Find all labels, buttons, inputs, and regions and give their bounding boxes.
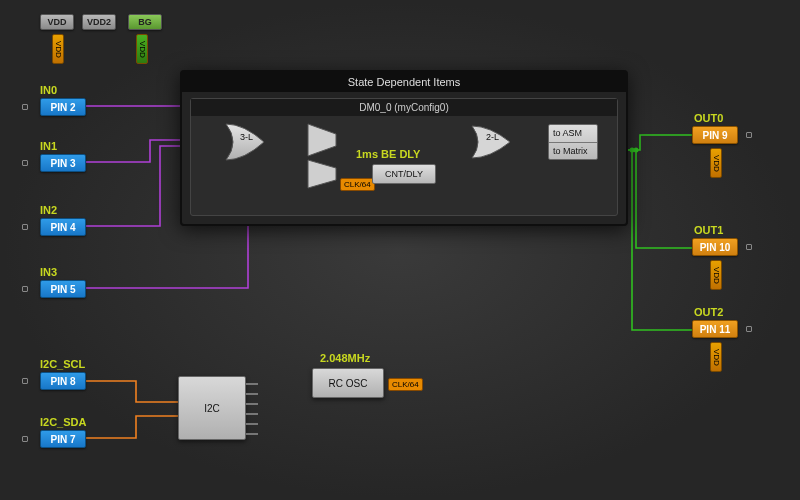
bg-pin[interactable]: BG [128, 14, 162, 30]
svg-point-3 [634, 148, 639, 153]
rc-osc-block[interactable]: RC OSC [312, 368, 384, 398]
cnt-dly-block[interactable]: CNT/DLY [372, 164, 436, 184]
out2-vdd-tag: VDD [710, 342, 722, 372]
to-asm-option[interactable]: to ASM [549, 125, 597, 143]
port-out2 [746, 326, 752, 332]
net-in3: IN3 [40, 266, 57, 278]
lut3-label: 3-L [240, 132, 253, 142]
port-in2 [22, 224, 28, 230]
net-in2: IN2 [40, 204, 57, 216]
state-frame-title: State Dependent Items [182, 72, 626, 92]
pin10[interactable]: PIN 10 [692, 238, 738, 256]
i2c-pins-icon [246, 378, 266, 438]
lut3-gate[interactable] [222, 122, 278, 162]
pin8[interactable]: PIN 8 [40, 372, 86, 390]
port-scl [22, 378, 28, 384]
pin11[interactable]: PIN 11 [692, 320, 738, 338]
to-matrix-option[interactable]: to Matrix [549, 143, 597, 160]
pin5[interactable]: PIN 5 [40, 280, 86, 298]
net-in0: IN0 [40, 84, 57, 96]
lut2-gate[interactable] [468, 124, 522, 160]
net-scl: I2C_SCL [40, 358, 85, 370]
lut2-label: 2-L [486, 132, 499, 142]
vdd2-pin[interactable]: VDD2 [82, 14, 116, 30]
pin4[interactable]: PIN 4 [40, 218, 86, 236]
mux2[interactable] [306, 158, 338, 190]
schematic-canvas[interactable]: VDD VDD2 BG VDD VDD IN0 PIN 2 IN1 PIN 3 … [0, 0, 800, 500]
port-out1 [746, 244, 752, 250]
net-sda: I2C_SDA [40, 416, 86, 428]
delay-label: 1ms BE DLY [356, 148, 420, 160]
bg-tag-icon: VDD [136, 34, 148, 64]
pin3[interactable]: PIN 3 [40, 154, 86, 172]
port-out0 [746, 132, 752, 138]
vdd-tag-icon: VDD [52, 34, 64, 64]
output-select[interactable]: to ASM to Matrix [548, 124, 598, 160]
port-in0 [22, 104, 28, 110]
i2c-block[interactable]: I2C [178, 376, 246, 440]
out1-vdd-tag: VDD [710, 260, 722, 290]
vdd-pin[interactable]: VDD [40, 14, 74, 30]
clk64-tag: CLK/64 [340, 178, 375, 191]
svg-point-2 [630, 148, 635, 153]
pin2[interactable]: PIN 2 [40, 98, 86, 116]
port-in1 [22, 160, 28, 166]
net-in1: IN1 [40, 140, 57, 152]
osc-clk64-tag: CLK/64 [388, 378, 423, 391]
osc-freq-label: 2.048MHz [320, 352, 370, 364]
pin9[interactable]: PIN 9 [692, 126, 738, 144]
dm0-title: DM0_0 (myConfig0) [191, 99, 617, 116]
net-out0: OUT0 [694, 112, 723, 124]
out0-vdd-tag: VDD [710, 148, 722, 178]
pin7[interactable]: PIN 7 [40, 430, 86, 448]
net-out1: OUT1 [694, 224, 723, 236]
mux1[interactable] [306, 122, 338, 158]
net-out2: OUT2 [694, 306, 723, 318]
port-sda [22, 436, 28, 442]
port-in3 [22, 286, 28, 292]
